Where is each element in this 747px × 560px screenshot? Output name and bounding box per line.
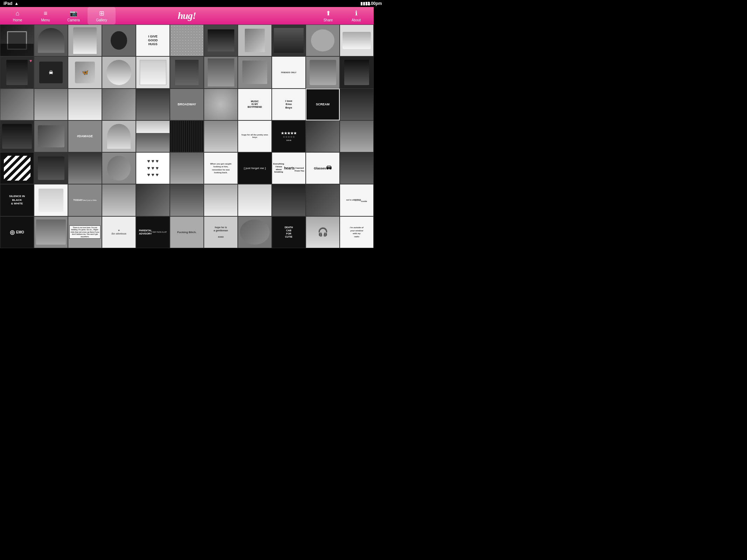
time-display: 12.00pm	[365, 1, 374, 6]
gallery-cell[interactable]: FRIENDS ONLY	[272, 56, 306, 88]
gallery-cell[interactable]: When you get caughtlooking at him,rememb…	[204, 152, 238, 184]
gallery-cell[interactable]	[68, 152, 102, 184]
gallery-cell[interactable]	[102, 184, 136, 216]
gallery-cell[interactable]	[170, 56, 204, 88]
home-label: Home	[13, 18, 22, 22]
gallery-cell[interactable]	[238, 216, 272, 248]
gallery-cell[interactable]	[102, 152, 136, 184]
nav-about[interactable]: ℹ About	[342, 7, 370, 24]
gallery-cell[interactable]	[170, 24, 204, 56]
gallery-cell[interactable]	[0, 120, 34, 152]
camera-icon: 📷	[70, 9, 77, 17]
gallery-cell[interactable]	[102, 24, 136, 56]
gallery-cell[interactable]: hugs for all the pretty emo boys	[238, 120, 272, 152]
gallery-cell[interactable]: i'm outside ofyour windowwith myradio	[340, 216, 374, 248]
gallery-cell[interactable]: EverythingI knowaboutbreakingheartsI lea…	[272, 152, 306, 184]
status-bar: iPad ▲ 12.00pm ▮▮▮▮	[0, 0, 374, 7]
gallery-cell[interactable]: PARENTALADVISORYI SAY FUCK A LOT	[136, 216, 170, 248]
gallery-cell[interactable]	[34, 184, 68, 216]
gallery-cell[interactable]	[306, 120, 340, 152]
gallery-cell[interactable]	[204, 184, 238, 216]
nav-camera[interactable]: 📷 Camera	[60, 7, 88, 24]
gallery-cell[interactable]: DEATHCABFORCUTIE	[272, 216, 306, 248]
gallery-cell[interactable]	[238, 24, 272, 56]
nav-gallery[interactable]: ⊞ Gallery	[88, 7, 116, 24]
gallery-cell[interactable]	[102, 56, 136, 88]
gallery-cell[interactable]	[306, 184, 340, 216]
gallery-cell[interactable]	[204, 89, 238, 120]
gallery-cell[interactable]: I GIVEGOODHUGS	[136, 24, 170, 56]
gallery-cell[interactable]: we're allemoinside	[340, 184, 374, 216]
gallery-cell[interactable]	[34, 120, 68, 152]
gallery-cell[interactable]	[340, 56, 374, 88]
gallery-cell[interactable]	[272, 184, 306, 216]
gallery-cell[interactable]	[204, 120, 238, 152]
device-label: iPad	[4, 1, 12, 6]
gallery-cell[interactable]	[204, 24, 238, 56]
gallery-cell[interactable]: MUSICIS MYBOYFRIEND	[238, 89, 272, 120]
gallery-cell[interactable]	[0, 89, 34, 120]
gallery-cell[interactable]: ★★★★★ ★★★★★ ★★★	[272, 120, 306, 152]
gallery-cell[interactable]	[340, 24, 374, 56]
gallery-cell[interactable]: 🦋	[68, 56, 102, 88]
gallery-cell[interactable]: 🎧	[306, 216, 340, 248]
gallery-cell[interactable]	[238, 56, 272, 88]
gallery-cell[interactable]: Glasses🕶	[306, 152, 340, 184]
nav-menu[interactable]: ≡ Menu	[32, 7, 60, 24]
gallery-cell[interactable]	[306, 24, 340, 56]
gallery-cell[interactable]	[34, 216, 68, 248]
gallery-cell[interactable]	[68, 89, 102, 120]
wifi-icon: ▲	[14, 1, 19, 6]
gallery-cell[interactable]	[238, 184, 272, 216]
gallery-cell[interactable]	[170, 120, 204, 152]
gallery-cell[interactable]	[272, 24, 306, 56]
gallery-cell[interactable]	[136, 184, 170, 216]
info-icon: ℹ	[355, 9, 358, 17]
gallery-cell[interactable]	[340, 89, 374, 120]
gallery-label: Gallery	[96, 18, 107, 22]
gallery-cell[interactable]: #DAMAGE	[68, 120, 102, 152]
gallery-cell[interactable]: [ just forget me ]	[238, 152, 272, 184]
gallery-cell[interactable]	[170, 152, 204, 184]
gallery-cell[interactable]	[340, 152, 374, 184]
gallery-cell[interactable]: ◎ EMO	[0, 216, 34, 248]
gallery-cell[interactable]	[68, 24, 102, 56]
gallery-cell[interactable]: BROADWAY	[170, 89, 204, 120]
gallery-cell[interactable]	[340, 120, 374, 152]
gallery-cell[interactable]	[204, 56, 238, 88]
gallery-cell[interactable]: ☠	[34, 56, 68, 88]
gallery-cell[interactable]: TODAYdied just a little	[68, 184, 102, 216]
gallery-cell[interactable]	[102, 120, 136, 152]
gallery-cell[interactable]: ♥ ♥ ♥♥ ♥ ♥♥ ♥ ♥	[136, 152, 170, 184]
gallery-cell[interactable]	[102, 89, 136, 120]
gallery-cell[interactable]	[34, 89, 68, 120]
menu-icon: ≡	[44, 10, 48, 17]
gallery-cell[interactable]	[136, 120, 170, 152]
nav-bar: ⌂ Home ≡ Menu 📷 Camera ⊞ Gallery hug! ⬆ …	[0, 7, 374, 24]
gallery-cell[interactable]	[136, 89, 170, 120]
nav-home[interactable]: ⌂ Home	[4, 7, 32, 24]
gallery-cell[interactable]: ♥	[0, 56, 34, 88]
camera-label: Camera	[67, 18, 80, 22]
gallery-cell[interactable]: ♥So obvious	[102, 216, 136, 248]
app-title: hug!	[178, 10, 196, 21]
gallery-cell[interactable]	[306, 56, 340, 88]
home-icon: ⌂	[16, 10, 20, 17]
gallery-cell[interactable]: There is no icon here. I'm not kidding. …	[68, 216, 102, 248]
gallery-cell[interactable]: Fucking Bitch.	[170, 216, 204, 248]
gallery-cell[interactable]	[34, 152, 68, 184]
nav-share[interactable]: ⬆ Share	[314, 7, 342, 24]
gallery-cell[interactable]	[136, 56, 170, 88]
gallery-cell[interactable]: SCREAM	[306, 89, 340, 120]
gallery-cell[interactable]: hope he isa gentlemanxoxo	[204, 216, 238, 248]
gallery-cell[interactable]: SILENCE INBLACK& WHITE	[0, 184, 34, 216]
gallery-grid: I GIVEGOODHUGS ♥ ☠ 🦋	[0, 24, 374, 280]
share-label: Share	[324, 18, 333, 22]
menu-label: Menu	[41, 18, 50, 22]
gallery-cell[interactable]	[170, 184, 204, 216]
gallery-cell[interactable]	[0, 24, 34, 56]
gallery-cell[interactable]	[34, 24, 68, 56]
gallery-icon: ⊞	[99, 9, 104, 17]
gallery-cell[interactable]	[0, 152, 34, 184]
gallery-cell[interactable]: i loveEmoBoys	[272, 89, 306, 120]
